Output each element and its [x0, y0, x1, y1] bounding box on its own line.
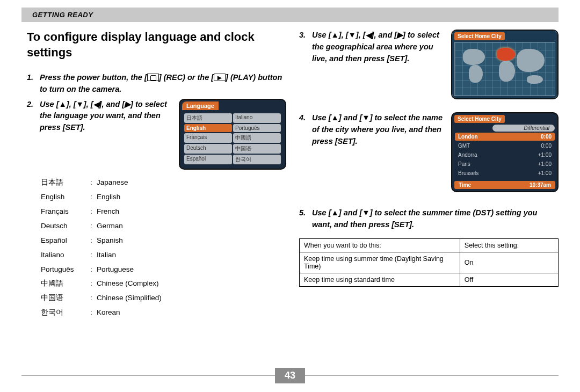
- step-3: 3. Use [▲], [▼], [◀], and [▶] to select …: [299, 30, 444, 64]
- table-row: Keep time using standard timeOff: [300, 273, 559, 286]
- differential-label: Differential: [492, 125, 555, 132]
- page-title: To configure display language and clock …: [27, 30, 286, 60]
- footer-rule: [305, 375, 559, 376]
- lang-option: Italiano: [233, 113, 281, 123]
- lcd-title: Select Home City: [454, 115, 505, 123]
- table-header-row: When you want to do this: Select this se…: [300, 238, 559, 252]
- city-row: GMT0:00: [455, 142, 555, 150]
- lcd-title: Language: [182, 101, 219, 110]
- step-5: 5. Use [▲] and [▼] to select the summer …: [299, 207, 559, 231]
- section-header: GETTING READY: [21, 8, 559, 22]
- lcd-language-screenshot: Language 日本語 Italiano English Português …: [179, 99, 286, 170]
- page-footer: 43: [21, 368, 559, 383]
- language-mapping-table: 日本語:Japanese English:English Français:Fr…: [40, 175, 163, 321]
- world-map: [454, 42, 555, 96]
- lcd-language-grid: 日本語 Italiano English Português Français …: [180, 110, 285, 169]
- step-1: 1. Press the power button, the [] (REC) …: [27, 72, 286, 96]
- text-fragment: ] (REC) or the [: [159, 73, 214, 82]
- lcd-city-screenshot: Select Home City Differential London0:00…: [451, 112, 559, 192]
- step-text: Use [▲] and [▼] to select the summer tim…: [312, 207, 559, 231]
- table-header: Select this setting:: [460, 238, 558, 252]
- step-number: 4.: [299, 112, 312, 147]
- lang-option: 中国语: [233, 144, 281, 154]
- highlighted-region: [497, 48, 514, 61]
- table-header: When you want to do this:: [300, 238, 460, 252]
- table-row: Deutsch:German: [41, 220, 162, 233]
- page-number: 43: [275, 368, 305, 383]
- table-row: Français:French: [41, 205, 162, 219]
- right-column: 3. Use [▲], [▼], [◀], and [▶] to select …: [299, 30, 559, 321]
- city-row: Andorra+1:00: [455, 151, 555, 159]
- page-content: To configure display language and clock …: [0, 22, 580, 321]
- step-text: Press the power button, the [] (REC) or …: [40, 72, 286, 96]
- step-number: 2.: [27, 99, 40, 134]
- table-row: 한국어:Korean: [41, 306, 162, 320]
- table-row: Português:Portuguese: [41, 263, 162, 277]
- table-row: Italiano:Italian: [41, 249, 162, 262]
- step-number: 1.: [27, 72, 40, 96]
- step-number: 3.: [299, 30, 312, 64]
- lcd-title: Select Home City: [454, 32, 505, 40]
- text-fragment: Press the power button, the [: [40, 73, 147, 82]
- step-number: 5.: [299, 207, 312, 231]
- table-row: Keep time using summer time (Daylight Sa…: [300, 252, 559, 273]
- city-row: Paris+1:00: [455, 160, 555, 168]
- lcd-map-screenshot: Select Home City: [451, 30, 559, 99]
- table-row: 中国语:Chinese (Simplified): [41, 292, 162, 305]
- lang-option-selected: English: [184, 124, 232, 132]
- step-text: Use [▲], [▼], [◀], and [▶] to select the…: [312, 30, 444, 64]
- table-row: Español:Spanish: [41, 234, 162, 248]
- step-2: 2. Use [▲], [▼], [◀], and [▶] to select …: [27, 99, 171, 134]
- table-row: 日本語:Japanese: [41, 176, 162, 190]
- step-text: Use [▲], [▼], [◀], and [▶] to select the…: [40, 99, 171, 134]
- footer-rule: [21, 375, 275, 376]
- city-row-selected: London0:00: [455, 133, 555, 141]
- table-row: 中國語:Chinese (Complex): [41, 277, 162, 291]
- dst-settings-table: When you want to do this: Select this se…: [299, 238, 559, 287]
- lang-option: Deutsch: [184, 144, 232, 154]
- city-row: Brussels+1:00: [455, 169, 555, 177]
- left-column: To configure display language and clock …: [27, 30, 286, 321]
- step-4: 4. Use [▲] and [▼] to select the name of…: [299, 112, 444, 147]
- lang-option: 한국어: [233, 155, 281, 164]
- step-text: Use [▲] and [▼] to select the name of th…: [312, 112, 444, 147]
- table-row: English:English: [41, 191, 162, 204]
- lang-option: Español: [184, 155, 232, 164]
- lang-option: 中國語: [233, 133, 281, 143]
- lang-option: Português: [233, 124, 281, 132]
- rec-icon: [147, 74, 159, 81]
- play-icon: [214, 74, 226, 81]
- lang-option: 日本語: [184, 113, 232, 123]
- lang-option: Français: [184, 133, 232, 143]
- lcd-time-bar: Time10:37am: [454, 181, 555, 189]
